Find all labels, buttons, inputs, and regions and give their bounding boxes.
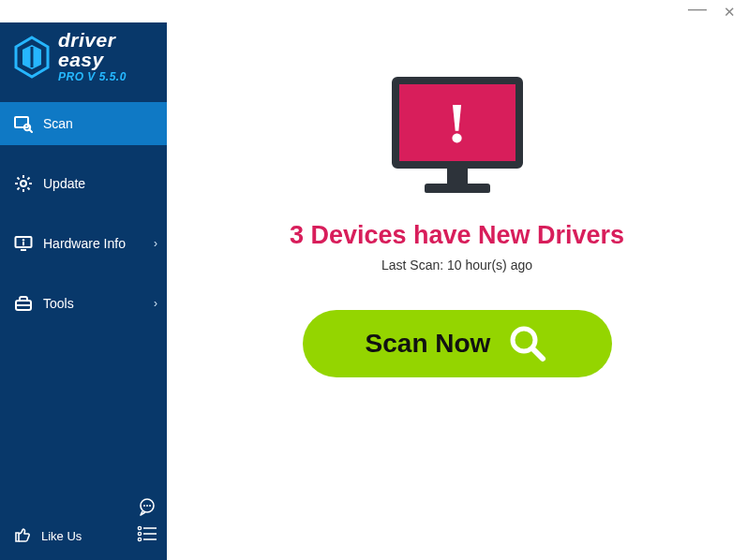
brand-name: driver easy — [58, 30, 167, 69]
svg-line-32 — [532, 348, 543, 359]
scan-result-headline: 3 Devices have New Drivers — [290, 221, 624, 250]
monitor-base — [425, 184, 490, 193]
svg-line-13 — [27, 178, 29, 180]
brand-block: driver easy PRO V 5.5.0 — [0, 22, 167, 91]
svg-point-27 — [138, 532, 141, 535]
toolbox-icon — [13, 294, 34, 313]
svg-point-25 — [138, 526, 141, 529]
scan-now-button[interactable]: Scan Now — [303, 310, 612, 377]
svg-point-22 — [143, 505, 145, 507]
sidebar-nav: Scan — [0, 102, 167, 342]
last-scan-text: Last Scan: 10 hour(s) ago — [381, 258, 532, 273]
feedback-icon[interactable] — [137, 496, 157, 517]
svg-point-17 — [22, 239, 24, 241]
alert-monitor-graphic: ! — [392, 77, 523, 193]
svg-point-23 — [146, 505, 148, 507]
sidebar-item-label: Scan — [43, 116, 73, 131]
gear-icon — [13, 174, 34, 193]
svg-rect-3 — [15, 117, 28, 127]
thumbs-up-icon[interactable] — [13, 524, 32, 547]
svg-line-5 — [29, 129, 32, 132]
svg-rect-2 — [31, 47, 34, 67]
chevron-right-icon: › — [154, 237, 157, 250]
app-root: driver easy PRO V 5.5.0 Scan — [0, 22, 747, 560]
sidebar: driver easy PRO V 5.5.0 Scan — [0, 22, 167, 560]
svg-point-29 — [138, 538, 141, 540]
monitor-info-icon — [13, 234, 34, 253]
sidebar-item-label: Tools — [43, 296, 74, 311]
brand-version: PRO V 5.5.0 — [58, 70, 167, 83]
list-icon[interactable] — [137, 525, 157, 546]
monitor-neck — [447, 169, 468, 184]
sidebar-item-update[interactable]: Update — [0, 162, 167, 205]
close-icon[interactable]: ✕ — [724, 5, 736, 19]
svg-point-6 — [21, 181, 26, 186]
sidebar-item-label: Hardware Info — [43, 236, 126, 251]
main-panel: ! 3 Devices have New Drivers Last Scan: … — [167, 22, 747, 560]
brand-logo-icon — [13, 36, 51, 79]
window-titlebar: — ✕ — [0, 0, 747, 22]
magnifier-icon — [507, 323, 548, 364]
sidebar-item-scan[interactable]: Scan — [0, 102, 167, 145]
scan-icon — [13, 114, 34, 133]
svg-line-11 — [18, 178, 20, 180]
chevron-right-icon: › — [154, 297, 157, 310]
monitor-screen: ! — [392, 77, 523, 169]
sidebar-item-tools[interactable]: Tools › — [0, 282, 167, 325]
svg-line-14 — [18, 187, 20, 189]
scan-now-label: Scan Now — [366, 329, 491, 359]
sidebar-item-hardware-info[interactable]: Hardware Info › — [0, 222, 167, 265]
svg-point-24 — [149, 505, 151, 507]
sidebar-bottom: Like Us — [0, 487, 167, 560]
svg-line-12 — [27, 187, 29, 189]
minimize-icon[interactable]: — — [688, 0, 707, 18]
exclamation-icon: ! — [447, 94, 467, 152]
like-us-label[interactable]: Like Us — [41, 529, 82, 543]
sidebar-item-label: Update — [43, 176, 85, 191]
svg-rect-18 — [22, 242, 24, 245]
